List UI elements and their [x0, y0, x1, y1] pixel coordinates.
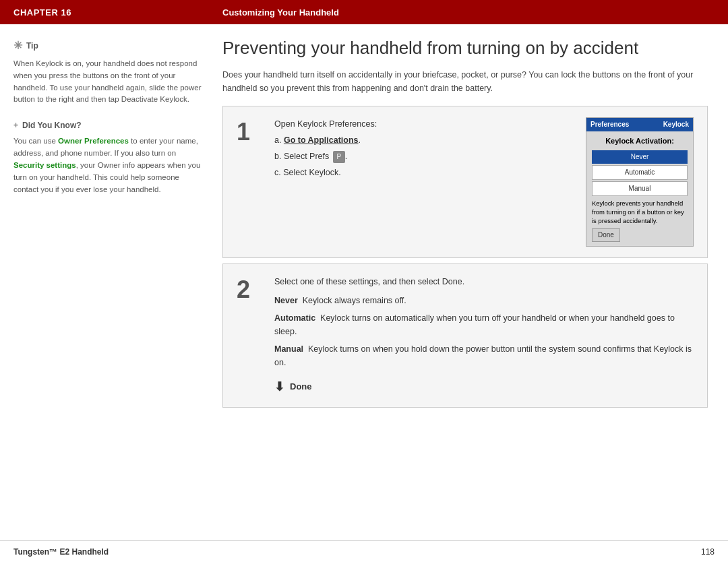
ks-body: Keylock Activation: Never Automatic Manu… [586, 131, 693, 245]
manual-label: Manual [274, 344, 303, 354]
auto-text: Keylock turns on automatically when you … [274, 313, 675, 336]
step-1-content: Open Keylock Preferences: a. Go to Appli… [274, 117, 694, 246]
done-row: ⬇ Done [274, 377, 694, 397]
right-content: Preventing your handheld from turning on… [216, 24, 728, 540]
ks-description: Keylock prevents your handheld from turn… [592, 199, 688, 226]
page-title: Preventing your handheld from turning on… [222, 38, 708, 59]
dyk-label: Did You Know? [22, 119, 82, 131]
step-1-sub-b: b. Select Prefs P. [274, 150, 572, 163]
footer-brand-suffix: Handheld [69, 547, 109, 557]
main-content: ✳ Tip When Keylock is on, your handheld … [0, 24, 728, 540]
tip-label: Tip [26, 40, 38, 52]
step-2-text: Select one of these settings, and then s… [274, 275, 694, 397]
tip-section: ✳ Tip When Keylock is on, your handheld … [13, 38, 202, 106]
ks-manual-btn[interactable]: Manual [592, 181, 688, 196]
step-2-number: 2 [237, 278, 264, 302]
footer: Tungsten™ E2 Handheld 118 [0, 540, 728, 562]
dyk-text-1: You can use [13, 137, 58, 145]
ks-titlebar: Preferences Keylock [586, 118, 693, 131]
did-you-know-header: + Did You Know? [13, 119, 202, 131]
ks-title-right: Keylock [663, 119, 689, 130]
plus-icon: + [13, 119, 18, 131]
tip-header: ✳ Tip [13, 38, 202, 54]
ks-auto-btn[interactable]: Automatic [592, 165, 688, 180]
step-1-sub-a: a. Go to Applications. [274, 133, 572, 147]
step-1-sub-c: c. Select Keylock. [274, 166, 572, 179]
select-keylock-text: Select Keylock. [283, 168, 340, 177]
step-2-content: Select one of these settings, and then s… [274, 275, 694, 397]
footer-page-number: 118 [701, 547, 715, 557]
never-text: Keylock always remains off. [303, 296, 406, 305]
step-2-never-row: Never Keylock always remains off. [274, 294, 694, 307]
footer-brand: Tungsten™ E2 Handheld [13, 547, 109, 557]
header-bar: CHAPTER 16 Customizing Your Handheld [0, 0, 728, 24]
ks-title-left: Preferences [590, 119, 629, 130]
ks-never-btn[interactable]: Never [592, 150, 688, 164]
intro-text: Does your handheld turn itself on accide… [222, 68, 708, 95]
step-2-box: 2 Select one of these settings, and then… [222, 263, 708, 408]
prefs-icon: P [333, 151, 345, 163]
step-2-manual-row: Manual Keylock turns on when you hold do… [274, 342, 694, 369]
security-settings-link[interactable]: Security settings [13, 161, 76, 169]
step-1-number: 1 [237, 120, 264, 144]
dyk-text: You can use Owner Preferences to enter y… [13, 135, 202, 195]
step-2-intro: Select one of these settings, and then s… [274, 275, 694, 288]
step-1-box: 1 Open Keylock Preferences: a. Go to App… [222, 106, 708, 257]
done-label: Done [290, 380, 312, 394]
chapter-label: CHAPTER 16 [0, 7, 216, 18]
tip-text: When Keylock is on, your handheld does n… [13, 58, 202, 106]
auto-label: Automatic [274, 313, 315, 323]
select-prefs-text: Select Prefs [284, 152, 329, 161]
step-2-auto-row: Automatic Keylock turns on automatically… [274, 311, 694, 338]
keylock-screenshot: Preferences Keylock Keylock Activation: … [586, 117, 694, 246]
manual-text: Keylock turns on when you hold down the … [274, 344, 692, 367]
footer-brand-name: Tungsten™ E2 [13, 547, 69, 557]
ks-heading: Keylock Activation: [592, 135, 688, 148]
step-1-heading: Open Keylock Preferences: [274, 117, 572, 131]
step-1-text-area: Open Keylock Preferences: a. Go to Appli… [274, 117, 572, 246]
ks-done-btn[interactable]: Done [592, 228, 620, 242]
go-to-applications-link[interactable]: Go to Applications [284, 135, 359, 145]
header-title: Customizing Your Handheld [216, 7, 728, 18]
owner-preferences-link[interactable]: Owner Preferences [58, 137, 129, 145]
down-arrow-icon: ⬇ [274, 377, 284, 397]
sidebar: ✳ Tip When Keylock is on, your handheld … [0, 24, 216, 540]
tip-star-icon: ✳ [13, 38, 22, 54]
never-label: Never [274, 296, 298, 305]
did-you-know-section: + Did You Know? You can use Owner Prefer… [13, 119, 202, 195]
